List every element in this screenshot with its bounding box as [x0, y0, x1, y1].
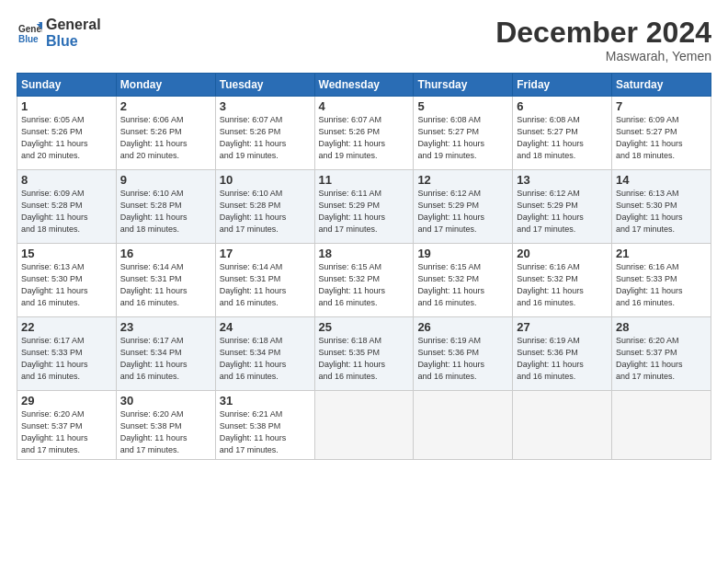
table-cell: 5Sunrise: 6:08 AM Sunset: 5:27 PM Daylig…: [414, 97, 513, 170]
day-info: Sunrise: 6:15 AM Sunset: 5:32 PM Dayligh…: [319, 261, 410, 309]
day-number: 4: [319, 99, 410, 113]
day-info: Sunrise: 6:11 AM Sunset: 5:29 PM Dayligh…: [319, 188, 410, 236]
day-info: Sunrise: 6:18 AM Sunset: 5:34 PM Dayligh…: [220, 335, 311, 383]
day-info: Sunrise: 6:17 AM Sunset: 5:34 PM Dayligh…: [120, 335, 211, 383]
day-info: Sunrise: 6:20 AM Sunset: 5:38 PM Dayligh…: [120, 408, 211, 456]
day-info: Sunrise: 6:16 AM Sunset: 5:33 PM Dayligh…: [616, 261, 707, 309]
table-cell: 14Sunrise: 6:13 AM Sunset: 5:30 PM Dayli…: [612, 170, 711, 244]
day-number: 27: [517, 320, 608, 334]
day-number: 1: [21, 99, 112, 113]
table-cell: 1Sunrise: 6:05 AM Sunset: 5:26 PM Daylig…: [17, 97, 117, 170]
day-info: Sunrise: 6:07 AM Sunset: 5:26 PM Dayligh…: [220, 114, 311, 162]
day-info: Sunrise: 6:20 AM Sunset: 5:37 PM Dayligh…: [616, 335, 707, 383]
table-cell: 27Sunrise: 6:19 AM Sunset: 5:36 PM Dayli…: [513, 317, 612, 391]
day-number: 14: [616, 173, 707, 187]
calendar-table: Sunday Monday Tuesday Wednesday Thursday…: [17, 73, 711, 460]
table-cell: [513, 391, 612, 460]
day-number: 16: [120, 247, 211, 260]
calendar-header-row: Sunday Monday Tuesday Wednesday Thursday…: [17, 74, 711, 97]
day-number: 26: [417, 320, 508, 334]
col-friday: Friday: [513, 74, 612, 97]
logo-general: General: [46, 17, 101, 33]
day-info: Sunrise: 6:05 AM Sunset: 5:26 PM Dayligh…: [21, 114, 112, 162]
table-cell: 28Sunrise: 6:20 AM Sunset: 5:37 PM Dayli…: [612, 317, 711, 391]
location: Maswarah, Yemen: [495, 49, 711, 63]
table-cell: 9Sunrise: 6:10 AM Sunset: 5:28 PM Daylig…: [116, 170, 215, 244]
table-cell: 29Sunrise: 6:20 AM Sunset: 5:37 PM Dayli…: [17, 391, 117, 460]
table-cell: 21Sunrise: 6:16 AM Sunset: 5:33 PM Dayli…: [612, 244, 711, 317]
day-info: Sunrise: 6:09 AM Sunset: 5:27 PM Dayligh…: [616, 114, 707, 162]
day-number: 13: [517, 173, 608, 187]
logo-icon: General Blue: [17, 20, 42, 46]
col-tuesday: Tuesday: [215, 74, 314, 97]
day-info: Sunrise: 6:17 AM Sunset: 5:33 PM Dayligh…: [21, 335, 112, 383]
day-number: 8: [21, 173, 112, 187]
logo-blue: Blue: [46, 33, 101, 50]
day-number: 22: [21, 320, 112, 334]
table-cell: 6Sunrise: 6:08 AM Sunset: 5:27 PM Daylig…: [513, 97, 612, 170]
day-number: 18: [319, 247, 410, 260]
table-cell: [314, 391, 414, 460]
day-info: Sunrise: 6:13 AM Sunset: 5:30 PM Dayligh…: [616, 188, 707, 236]
calendar-row: 8Sunrise: 6:09 AM Sunset: 5:28 PM Daylig…: [17, 170, 711, 244]
day-number: 6: [517, 99, 608, 113]
table-cell: 17Sunrise: 6:14 AM Sunset: 5:31 PM Dayli…: [215, 244, 314, 317]
table-cell: 24Sunrise: 6:18 AM Sunset: 5:34 PM Dayli…: [215, 317, 314, 391]
table-cell: 20Sunrise: 6:16 AM Sunset: 5:32 PM Dayli…: [513, 244, 612, 317]
logo: General Blue General Blue: [17, 17, 101, 49]
day-info: Sunrise: 6:07 AM Sunset: 5:26 PM Dayligh…: [319, 114, 410, 162]
day-info: Sunrise: 6:06 AM Sunset: 5:26 PM Dayligh…: [120, 114, 211, 162]
calendar-row: 29Sunrise: 6:20 AM Sunset: 5:37 PM Dayli…: [17, 391, 711, 460]
day-info: Sunrise: 6:19 AM Sunset: 5:36 PM Dayligh…: [517, 335, 608, 383]
table-cell: 4Sunrise: 6:07 AM Sunset: 5:26 PM Daylig…: [314, 97, 414, 170]
day-number: 25: [319, 320, 410, 334]
table-cell: 13Sunrise: 6:12 AM Sunset: 5:29 PM Dayli…: [513, 170, 612, 244]
day-number: 24: [220, 320, 311, 334]
day-info: Sunrise: 6:12 AM Sunset: 5:29 PM Dayligh…: [517, 188, 608, 236]
day-number: 30: [120, 394, 211, 408]
table-cell: 19Sunrise: 6:15 AM Sunset: 5:32 PM Dayli…: [414, 244, 513, 317]
col-saturday: Saturday: [612, 74, 711, 97]
table-cell: 11Sunrise: 6:11 AM Sunset: 5:29 PM Dayli…: [314, 170, 414, 244]
day-info: Sunrise: 6:08 AM Sunset: 5:27 PM Dayligh…: [417, 114, 508, 162]
table-cell: 3Sunrise: 6:07 AM Sunset: 5:26 PM Daylig…: [215, 97, 314, 170]
table-cell: 2Sunrise: 6:06 AM Sunset: 5:26 PM Daylig…: [116, 97, 215, 170]
day-number: 11: [319, 173, 410, 187]
day-info: Sunrise: 6:19 AM Sunset: 5:36 PM Dayligh…: [417, 335, 508, 383]
day-info: Sunrise: 6:20 AM Sunset: 5:37 PM Dayligh…: [21, 408, 112, 456]
table-cell: 22Sunrise: 6:17 AM Sunset: 5:33 PM Dayli…: [17, 317, 117, 391]
table-cell: 30Sunrise: 6:20 AM Sunset: 5:38 PM Dayli…: [116, 391, 215, 460]
day-info: Sunrise: 6:10 AM Sunset: 5:28 PM Dayligh…: [220, 188, 311, 236]
day-info: Sunrise: 6:14 AM Sunset: 5:31 PM Dayligh…: [120, 261, 211, 309]
month-title: December 2024: [495, 17, 711, 49]
table-cell: 16Sunrise: 6:14 AM Sunset: 5:31 PM Dayli…: [116, 244, 215, 317]
day-number: 2: [120, 99, 211, 113]
col-monday: Monday: [116, 74, 215, 97]
table-cell: 26Sunrise: 6:19 AM Sunset: 5:36 PM Dayli…: [414, 317, 513, 391]
col-sunday: Sunday: [17, 74, 117, 97]
day-info: Sunrise: 6:14 AM Sunset: 5:31 PM Dayligh…: [220, 261, 311, 309]
calendar-page: General Blue General Blue December 2024 …: [0, 0, 728, 469]
table-cell: 31Sunrise: 6:21 AM Sunset: 5:38 PM Dayli…: [215, 391, 314, 460]
day-info: Sunrise: 6:18 AM Sunset: 5:35 PM Dayligh…: [319, 335, 410, 383]
day-number: 9: [120, 173, 211, 187]
table-cell: 12Sunrise: 6:12 AM Sunset: 5:29 PM Dayli…: [414, 170, 513, 244]
day-info: Sunrise: 6:08 AM Sunset: 5:27 PM Dayligh…: [517, 114, 608, 162]
day-number: 23: [120, 320, 211, 334]
day-number: 10: [220, 173, 311, 187]
col-wednesday: Wednesday: [314, 74, 414, 97]
day-number: 7: [616, 99, 707, 113]
table-cell: 25Sunrise: 6:18 AM Sunset: 5:35 PM Dayli…: [314, 317, 414, 391]
day-number: 15: [21, 247, 112, 260]
day-number: 5: [417, 99, 508, 113]
day-info: Sunrise: 6:09 AM Sunset: 5:28 PM Dayligh…: [21, 188, 112, 236]
day-info: Sunrise: 6:13 AM Sunset: 5:30 PM Dayligh…: [21, 261, 112, 309]
day-info: Sunrise: 6:15 AM Sunset: 5:32 PM Dayligh…: [417, 261, 508, 309]
day-number: 3: [220, 99, 311, 113]
table-cell: [414, 391, 513, 460]
col-thursday: Thursday: [414, 74, 513, 97]
day-number: 31: [220, 394, 311, 408]
title-block: December 2024 Maswarah, Yemen: [495, 17, 711, 63]
svg-text:Blue: Blue: [18, 34, 39, 44]
day-number: 12: [417, 173, 508, 187]
